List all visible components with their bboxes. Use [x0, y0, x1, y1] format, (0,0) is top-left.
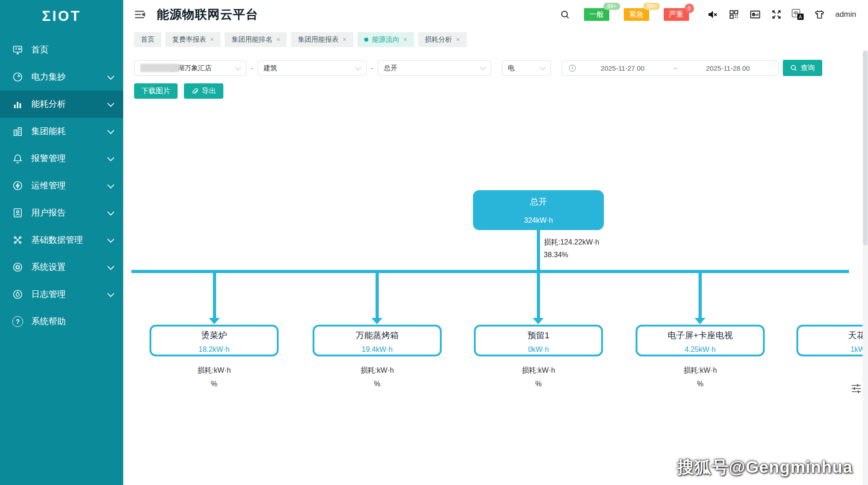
chart-filter-icon[interactable]	[851, 383, 862, 394]
sidebar-item-logs[interactable]: 日志管理	[0, 281, 123, 308]
node-select-value: 总开	[384, 64, 397, 72]
fullscreen-icon[interactable]	[771, 9, 782, 20]
flow-node-device[interactable]: 烫菜炉 18.2kW·h	[149, 325, 279, 356]
export-button[interactable]: 导出	[184, 83, 223, 99]
username[interactable]: admin	[835, 10, 856, 19]
search-icon	[790, 64, 797, 72]
arrow-down-icon	[209, 318, 220, 324]
mute-icon[interactable]	[707, 9, 719, 20]
theme-shirt-icon[interactable]	[814, 9, 825, 20]
tab-bar: 首页 复费率报表 × 集团用能排名 × 集团用能报表 × 能源流向 × 损耗分析…	[123, 29, 863, 50]
sidebar-item-group-energy[interactable]: 集团能耗	[0, 118, 123, 145]
energy-iot-app: ΣIOT 首页 电力集抄	[0, 0, 868, 485]
redacted-text	[140, 63, 179, 72]
badge-label: 严重	[669, 10, 684, 19]
date-end[interactable]: 2025-11-28 00	[685, 64, 772, 72]
sidebar-item-ops[interactable]: 运维管理	[0, 172, 123, 199]
flow-link	[376, 272, 379, 318]
search-icon[interactable]	[559, 9, 570, 20]
translate-icon[interactable]: 中 A	[792, 9, 804, 20]
scrollbar-thumb[interactable]	[863, 51, 868, 245]
date-range-picker[interactable]: 2025-11-27 00 ~ 2025-11-28 00	[562, 60, 778, 76]
alarm-badge-severe[interactable]: 严重 0	[664, 8, 689, 21]
sidebar-item-label: 运维管理	[31, 180, 66, 192]
flow-link	[213, 272, 216, 318]
collapse-menu-icon[interactable]	[133, 9, 146, 20]
close-icon[interactable]: ×	[456, 36, 460, 43]
energy-type-select[interactable]: 电	[502, 60, 551, 76]
sidebar-item-energy-analysis[interactable]: 能耗分析	[0, 91, 123, 118]
chevron-down-icon	[235, 64, 241, 70]
clock-icon	[569, 64, 576, 72]
close-icon[interactable]: ×	[404, 36, 407, 43]
download-image-button[interactable]: 下载图片	[134, 83, 178, 99]
sidebar-item-power-meter[interactable]: 电力集抄	[0, 63, 123, 91]
device-loss-label: 损耗:kW·h %	[149, 366, 279, 388]
flow-node-value: 18.2kW·h	[151, 346, 277, 354]
flow-node-root[interactable]: 总开 324kW·h	[473, 190, 604, 230]
tab-label: 集团用能报表	[298, 35, 338, 44]
loss-percent: %	[636, 380, 765, 388]
flow-node-name: 烫菜炉	[151, 330, 277, 341]
chevron-down-icon	[107, 154, 115, 162]
flow-node-device[interactable]: 万能蒸烤箱 19.4kW·h	[313, 325, 442, 356]
store-select[interactable]: 滨湖万象汇店	[134, 60, 246, 76]
badge-label: 紧急	[629, 10, 644, 19]
tab-label: 首页	[141, 35, 154, 44]
loss-value: 损耗:kW·h	[636, 366, 765, 375]
flow-node-name: 预留1	[476, 330, 601, 341]
sidebar-item-label: 首页	[31, 44, 48, 56]
download-button-label: 下载图片	[141, 86, 170, 96]
chevron-down-icon	[355, 64, 362, 70]
flow-bus-line	[131, 270, 849, 273]
flow-node-name: 万能蒸烤箱	[314, 330, 440, 341]
chevron-down-icon	[107, 209, 115, 216]
flow-node-value: 0kW·h	[476, 346, 601, 354]
tab-group-report[interactable]: 集团用能报表 ×	[291, 32, 353, 47]
flow-link-root	[537, 230, 540, 319]
data-screen-icon[interactable]	[749, 9, 761, 20]
tab-multirate-report[interactable]: 复费率报表 ×	[165, 32, 221, 47]
chevron-down-icon	[480, 64, 486, 70]
loss-percent: 38.34%	[544, 249, 599, 261]
loss-value: 损耗:124.22kW·h	[544, 236, 599, 249]
device-loss-label: 损耗:kW·h %	[636, 366, 765, 388]
paperclip-icon	[191, 87, 198, 95]
dimension-select[interactable]: 建筑	[258, 60, 366, 76]
sidebar-item-base-data[interactable]: 基础数据管理	[0, 226, 123, 254]
node-select[interactable]: 总开	[378, 60, 491, 76]
alarm-badge-general[interactable]: 一般 99+	[584, 8, 609, 21]
chevron-down-icon	[540, 64, 546, 70]
sidebar-item-label: 系统设置	[31, 261, 66, 273]
tab-energy-flow[interactable]: 能源流向 ×	[357, 32, 414, 47]
tab-home[interactable]: 首页	[134, 32, 161, 47]
date-start[interactable]: 2025-11-27 00	[579, 64, 666, 72]
qr-grid-icon[interactable]	[728, 9, 739, 20]
loss-value: 损耗:kW·h	[149, 366, 279, 375]
energy-analysis-icon	[12, 98, 24, 110]
flow-node-value: 4.25kW·h	[637, 346, 763, 354]
sidebar-item-user-report[interactable]: 用户报告	[0, 199, 123, 226]
flow-node-device[interactable]: 天花灯 1kW·h	[796, 325, 868, 356]
flow-node-device[interactable]: 预留1 0kW·h	[474, 325, 603, 356]
close-icon[interactable]: ×	[342, 36, 346, 43]
alarm-badge-urgent[interactable]: 紧急 99+	[624, 8, 649, 21]
chevron-down-icon	[107, 290, 115, 298]
sidebar-item-help[interactable]: ? 系统帮助	[0, 308, 123, 335]
tab-group-ranking[interactable]: 集团用能排名 ×	[225, 32, 287, 47]
tab-loss-analysis[interactable]: 损耗分析 ×	[418, 32, 467, 47]
tab-label: 损耗分析	[425, 35, 452, 44]
close-icon[interactable]: ×	[210, 36, 214, 43]
badge-label: 一般	[589, 10, 604, 19]
sidebar-item-home[interactable]: 首页	[0, 36, 123, 63]
sidebar-item-settings[interactable]: 系统设置	[0, 254, 123, 281]
chevron-down-icon	[107, 73, 115, 80]
sidebar-item-alarm[interactable]: 报警管理	[0, 145, 123, 172]
loss-percent: %	[149, 380, 279, 388]
close-icon[interactable]: ×	[276, 36, 280, 43]
flow-node-name: 电子屏+卡座电视	[637, 330, 763, 341]
date-tilde: ~	[666, 64, 685, 72]
query-button[interactable]: 查询	[783, 60, 822, 76]
flow-node-device[interactable]: 电子屏+卡座电视 4.25kW·h	[636, 325, 765, 356]
arrow-down-icon	[694, 318, 705, 324]
